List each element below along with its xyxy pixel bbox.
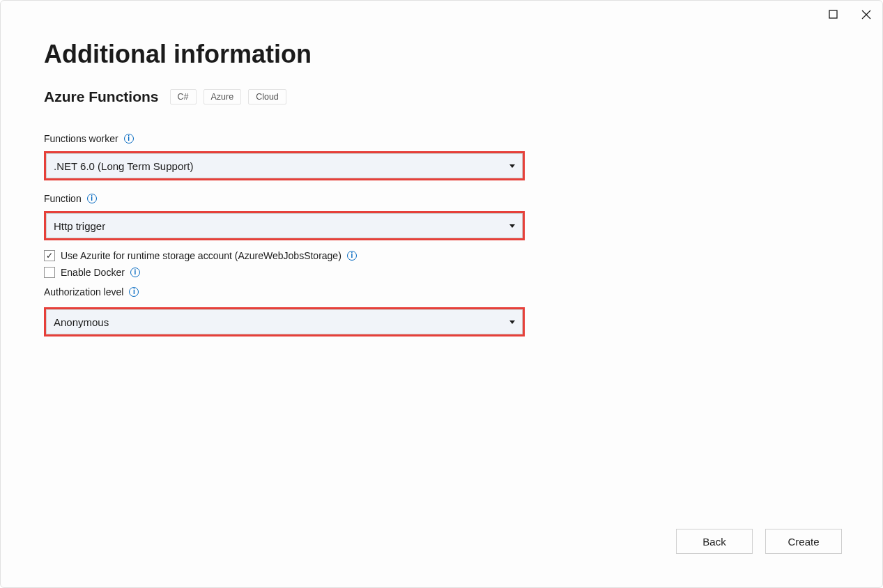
authorization-level-label-text: Authorization level <box>44 286 123 297</box>
page-title: Additional information <box>44 40 839 69</box>
project-type-name: Azure Functions <box>44 88 159 105</box>
use-azurite-label: Use Azurite for runtime storage account … <box>61 250 341 261</box>
functions-worker-value: .NET 6.0 (Long Term Support) <box>54 160 193 172</box>
create-button[interactable]: Create <box>765 529 842 554</box>
chevron-down-icon <box>509 224 515 228</box>
function-value: Http trigger <box>54 220 105 232</box>
function-dropdown[interactable]: Http trigger <box>46 213 523 238</box>
use-azurite-row: ✓ Use Azurite for runtime storage accoun… <box>44 250 839 261</box>
window-controls <box>828 9 871 20</box>
enable-docker-label: Enable Docker <box>61 267 125 278</box>
functions-worker-label-text: Functions worker <box>44 133 118 144</box>
authorization-level-value: Anonymous <box>54 316 109 328</box>
close-icon[interactable] <box>861 9 871 20</box>
info-icon[interactable]: i <box>130 268 140 277</box>
enable-docker-row: Enable Docker i <box>44 267 839 278</box>
enable-docker-checkbox[interactable] <box>44 267 55 278</box>
info-icon[interactable]: i <box>347 251 357 261</box>
tags: C# Azure Cloud <box>170 89 286 105</box>
svg-rect-0 <box>829 10 837 18</box>
footer-buttons: Back Create <box>676 529 842 554</box>
authorization-level-dropdown[interactable]: Anonymous <box>46 309 523 334</box>
info-icon[interactable]: i <box>87 194 97 203</box>
tag-cloud: Cloud <box>248 89 286 105</box>
function-label: Function i <box>44 193 839 204</box>
back-button[interactable]: Back <box>676 529 753 554</box>
use-azurite-checkbox[interactable]: ✓ <box>44 250 55 261</box>
authorization-level-label: Authorization level i <box>44 286 839 297</box>
chevron-down-icon <box>509 164 515 168</box>
info-icon[interactable]: i <box>124 134 134 144</box>
function-label-text: Function <box>44 193 82 204</box>
tag-csharp: C# <box>170 89 197 105</box>
functions-worker-label: Functions worker i <box>44 133 839 144</box>
info-icon[interactable]: i <box>129 287 139 297</box>
content-area: Additional information Azure Functions C… <box>1 1 882 587</box>
dialog-window: Additional information Azure Functions C… <box>0 0 883 588</box>
subtitle-row: Azure Functions C# Azure Cloud <box>44 88 839 105</box>
tag-azure: Azure <box>204 89 242 105</box>
functions-worker-dropdown[interactable]: .NET 6.0 (Long Term Support) <box>46 153 523 178</box>
chevron-down-icon <box>509 320 515 324</box>
maximize-icon[interactable] <box>828 9 838 20</box>
